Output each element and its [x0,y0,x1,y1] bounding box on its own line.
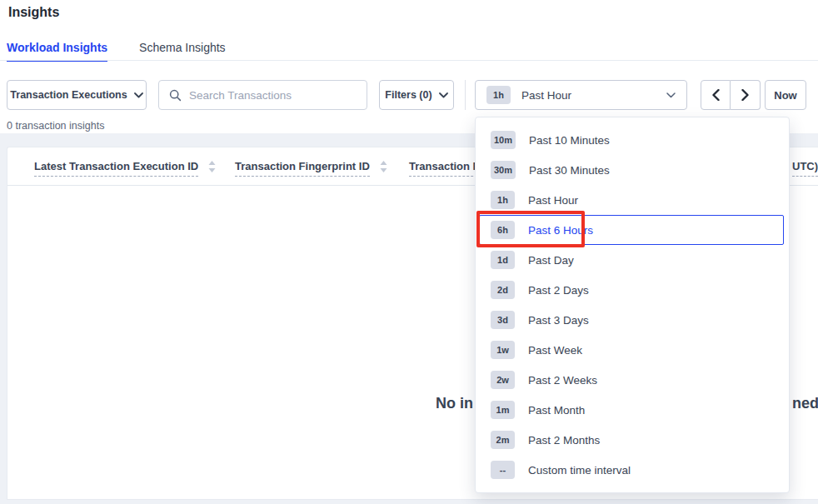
chevron-left-icon [712,89,720,101]
column-label: Latest Transaction Execution ID [34,160,198,177]
time-option-1m[interactable]: 1m Past Month [479,395,784,425]
time-option-custom[interactable]: -- Custom time interval [479,455,784,485]
next-interval-button[interactable] [731,80,761,110]
time-shift-controls [701,80,761,110]
interval-label: Custom time interval [528,464,631,477]
chevron-right-icon [741,89,749,101]
interval-badge: 6h [491,221,515,239]
time-interval-menu: 10m Past 10 Minutes 30m Past 30 Minutes … [475,117,790,493]
time-interval-badge: 1h [486,86,511,104]
interval-label: Past Month [528,404,585,417]
interval-badge: 1h [491,191,515,209]
interval-label: Past Hour [528,194,578,207]
filters-button[interactable]: Filters (0) [379,80,454,110]
time-option-30m[interactable]: 30m Past 30 Minutes [479,155,784,185]
interval-label: Past 2 Months [528,434,600,447]
column-header-transaction-fingerprint-id[interactable]: Transaction Fingerprint ID [235,160,387,177]
interval-badge: 10m [491,131,516,149]
interval-badge: 1w [491,341,515,359]
tabbar: Workload Insights Schema Insights [7,41,226,62]
time-interval-dropdown[interactable]: 1h Past Hour [475,80,687,110]
time-option-10m[interactable]: 10m Past 10 Minutes [479,125,784,155]
interval-label: Past 3 Days [528,314,589,327]
interval-badge: 3d [491,311,515,329]
column-label: UTC) [792,160,818,177]
sort-icon[interactable] [380,161,387,172]
interval-label: Past 2 Weeks [528,374,597,387]
interval-badge: 2m [491,431,515,449]
interval-badge: 1d [491,251,515,269]
tab-workload-insights[interactable]: Workload Insights [7,41,107,62]
transaction-type-label: Transaction Executions [10,89,127,101]
time-option-2d[interactable]: 2d Past 2 Days [479,275,784,305]
empty-state-text-right-fragment: ned. [792,395,818,412]
interval-badge: 2w [491,371,515,389]
insights-count: 0 transaction insights [7,120,104,132]
time-option-2w[interactable]: 2w Past 2 Weeks [479,365,784,395]
time-option-1h[interactable]: 1h Past Hour [479,185,784,215]
chevron-down-icon [134,92,143,98]
sort-icon[interactable] [208,161,216,172]
interval-badge: 2d [491,281,515,299]
toolbar: Transaction Executions Filters (0) 1h Pa… [0,80,818,111]
time-interval-label: Past Hour [521,89,571,102]
tab-schema-insights[interactable]: Schema Insights [139,41,226,62]
interval-label: Past Week [528,344,582,357]
search-transactions-box[interactable] [158,80,367,110]
previous-interval-button[interactable] [701,80,731,110]
interval-label: Past 10 Minutes [529,134,610,147]
now-button[interactable]: Now [765,80,806,110]
interval-label: Past Day [528,254,574,267]
filters-label: Filters (0) [385,89,431,101]
interval-label: Past 6 Hours [528,224,593,237]
interval-label: Past 2 Days [528,284,589,297]
empty-state-text-left-fragment: No in [436,395,473,412]
time-option-6h[interactable]: 6h Past 6 Hours [479,215,784,245]
search-icon [169,89,182,102]
chevron-down-icon [439,92,448,98]
page-title: Insights [8,5,59,20]
interval-badge: 30m [491,161,516,179]
time-option-1d[interactable]: 1d Past Day [479,245,784,275]
time-option-3d[interactable]: 3d Past 3 Days [479,305,784,335]
time-option-1w[interactable]: 1w Past Week [479,335,784,365]
interval-badge: 1m [491,401,515,419]
column-header-utc-truncated[interactable]: UTC) [792,160,818,177]
transaction-type-dropdown[interactable]: Transaction Executions [7,80,147,110]
interval-label: Past 30 Minutes [529,164,610,177]
toolbar-divider [465,80,466,110]
column-header-latest-transaction-execution-id[interactable]: Latest Transaction Execution ID [34,160,216,177]
time-option-2m[interactable]: 2m Past 2 Months [479,425,784,455]
chevron-down-icon [666,92,676,98]
search-transactions-input[interactable] [189,89,357,102]
interval-badge: -- [491,461,515,479]
tabbar-divider [0,60,818,61]
column-label: Transaction Fingerprint ID [235,160,370,177]
